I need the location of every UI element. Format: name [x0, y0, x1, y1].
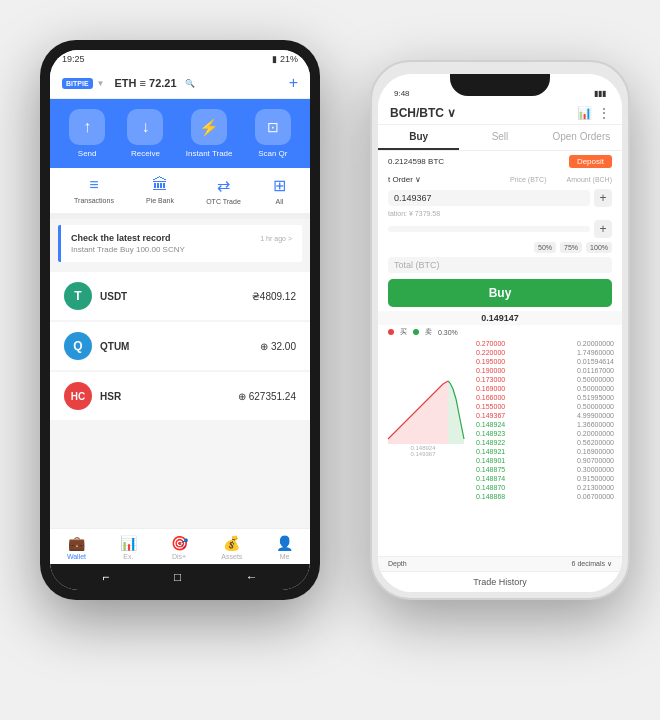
scan-qr-button[interactable]: ⊡ Scan Qr [255, 109, 291, 158]
nav-discover[interactable]: 🎯 Dis+ [171, 535, 188, 560]
asset-item-qtum[interactable]: Q QTUM ⊕ 32.00 [50, 322, 310, 370]
total-label: Total (BTC) [394, 260, 440, 270]
sell-vol-6: 0.50000000 [577, 385, 614, 392]
header-left: BITPIE ▼ ETH ≡ 72.21 🔍 [62, 77, 195, 89]
discover-label: Dis+ [172, 553, 186, 560]
pct-100-button[interactable]: 100% [586, 242, 612, 253]
sell-vol-4: 0.01167000 [577, 367, 614, 374]
pie-bank-label: Pie Bank [146, 197, 174, 204]
asset-item-hsr[interactable]: HC HSR ⊕ 627351.24 [50, 372, 310, 420]
iphone: 9:48 ▮▮▮ BCH/BTC ∨ 📊 ⋮ Buy Sell Open Ord… [370, 60, 630, 600]
bitpie-logo[interactable]: BITPIE [62, 78, 93, 89]
depth-decimals[interactable]: 6 decimals ∨ [572, 560, 612, 568]
trading-pair[interactable]: BCH/BTC ∨ [390, 106, 456, 120]
svg-marker-0 [388, 381, 448, 444]
receive-button[interactable]: ↓ Receive [127, 109, 163, 158]
back-recent-icon[interactable]: ⌐ [102, 570, 109, 584]
record-time: 1 hr ago > [260, 235, 292, 242]
iphone-header-icons: 📊 ⋮ [577, 106, 610, 120]
amount-input-field[interactable] [388, 226, 590, 232]
order-row-buy-8: 0.148870 0.21300000 [472, 483, 618, 492]
instant-trade-label: Instant Trade [186, 149, 233, 158]
otc-trade-button[interactable]: ⇄ OTC Trade [206, 176, 241, 205]
wallet-label: Wallet [67, 553, 86, 560]
total-input-field[interactable]: Total (BTC) [388, 257, 612, 273]
sell-price-5: 0.173000 [476, 376, 505, 383]
chart-x-label-right: 0.149367 [378, 451, 468, 457]
blue-buttons-row: ↑ Send ↓ Receive ⚡ Instant Trade ⊡ Scan … [58, 109, 302, 158]
price-plus-button[interactable]: + [594, 189, 612, 207]
sell-vol-5: 0.50000000 [577, 376, 614, 383]
receive-icon: ↓ [127, 109, 163, 145]
order-row-buy-2: 0.148923 0.20000000 [472, 429, 618, 438]
discover-icon: 🎯 [171, 535, 188, 551]
sell-price-2: 0.220000 [476, 349, 505, 356]
order-type-dropdown[interactable]: t Order ∨ [388, 175, 421, 184]
secondary-actions: ≡ Transactions 🏛 Pie Bank ⇄ OTC Trade ⊞ … [50, 168, 310, 219]
trade-history-button[interactable]: Trade History [378, 571, 622, 592]
estimation-row: tation: ¥ 7379.58 [378, 209, 622, 218]
nav-assets[interactable]: 💰 Assets [221, 535, 242, 560]
nav-ex[interactable]: 📊 Ex. [120, 535, 137, 560]
pct-75-button[interactable]: 75% [560, 242, 582, 253]
asset-left-qtum: Q QTUM [64, 332, 129, 360]
order-row-buy-3: 0.148922 0.56200000 [472, 438, 618, 447]
nav-wallet[interactable]: 💼 Wallet [67, 535, 86, 560]
otc-trade-label: OTC Trade [206, 198, 241, 205]
buy-price-5: 0.148901 [476, 457, 505, 464]
tab-sell[interactable]: Sell [459, 125, 540, 150]
hsr-amount: ⊕ 627351.24 [238, 391, 296, 402]
order-row-buy-1: 0.148924 1.36600000 [472, 420, 618, 429]
nav-me[interactable]: 👤 Me [276, 535, 293, 560]
assets-icon: 💰 [223, 535, 240, 551]
android-phone: 19:25 ▮ 21% BITPIE ▼ ETH ≡ 72.21 🔍 + ↑ S… [40, 40, 320, 600]
tab-buy[interactable]: Buy [378, 125, 459, 150]
order-row-sell-2: 0.220000 1.74960000 [472, 348, 618, 357]
home-icon[interactable]: □ [174, 570, 181, 584]
chart-and-orderbook: 0.148924 0.149367 0.270000 0.20000000 0.… [378, 339, 622, 556]
chart-legend: 买 卖 0.30% [378, 325, 622, 339]
chart-icon[interactable]: 📊 [577, 106, 592, 120]
wallet-icon: 💼 [68, 535, 85, 551]
sell-vol-9: 4.99900000 [577, 412, 614, 419]
asset-item-usdt[interactable]: T USDT ₴4809.12 [50, 272, 310, 320]
android-status-bar: 19:25 ▮ 21% [50, 50, 310, 68]
record-title: Check the latest record [71, 233, 171, 243]
svg-marker-1 [448, 381, 464, 444]
add-button[interactable]: + [289, 74, 298, 92]
send-button[interactable]: ↑ Send [69, 109, 105, 158]
ex-icon: 📊 [120, 535, 137, 551]
send-label: Send [78, 149, 97, 158]
usdt-icon: T [64, 282, 92, 310]
orderbook-price: 0.149147 [378, 311, 622, 325]
transactions-button[interactable]: ≡ Transactions [74, 176, 114, 205]
sell-vol-1: 0.20000000 [577, 340, 614, 347]
order-row-sell-1: 0.270000 0.20000000 [472, 339, 618, 348]
back-icon[interactable]: ← [246, 570, 258, 584]
pie-bank-button[interactable]: 🏛 Pie Bank [146, 176, 174, 205]
amount-plus-button[interactable]: + [594, 220, 612, 238]
deposit-button[interactable]: Deposit [569, 155, 612, 168]
order-row-buy-7: 0.148874 0.91500000 [472, 474, 618, 483]
android-header: BITPIE ▼ ETH ≡ 72.21 🔍 + [50, 68, 310, 99]
order-row-sell-7: 0.166000 0.51995000 [472, 393, 618, 402]
me-label: Me [280, 553, 290, 560]
sell-vol-8: 0.50000000 [577, 403, 614, 410]
all-button[interactable]: ⊞ All [273, 176, 286, 205]
pct-50-button[interactable]: 50% [534, 242, 556, 253]
iphone-battery: ▮▮▮ [594, 89, 606, 98]
sell-price-8: 0.155000 [476, 403, 505, 410]
order-row-sell-5: 0.173000 0.50000000 [472, 375, 618, 384]
order-row-buy-6: 0.148875 0.30000000 [472, 465, 618, 474]
instant-trade-icon: ⚡ [191, 109, 227, 145]
buy-button[interactable]: Buy [388, 279, 612, 307]
transactions-label: Transactions [74, 197, 114, 204]
eth-balance: ETH ≡ 72.21 [114, 77, 176, 89]
tab-open-orders[interactable]: Open Orders [541, 125, 622, 150]
price-input-field[interactable]: 0.149367 [388, 190, 590, 206]
depth-label: Depth [388, 560, 407, 568]
search-icon[interactable]: 🔍 [185, 79, 195, 88]
order-row-buy-5: 0.148901 0.90700000 [472, 456, 618, 465]
instant-trade-button[interactable]: ⚡ Instant Trade [186, 109, 233, 158]
more-icon[interactable]: ⋮ [598, 106, 610, 120]
